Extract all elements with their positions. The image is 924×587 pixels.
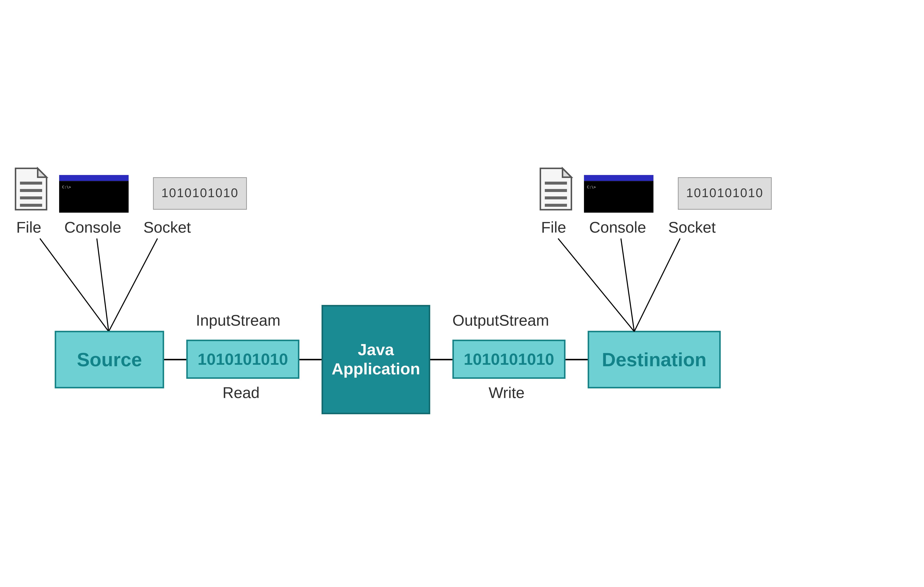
console-icon: C:\> <box>59 175 129 213</box>
svg-line-6 <box>97 238 109 332</box>
socket-binary: 1010101010 <box>686 186 763 201</box>
connector-line <box>430 359 452 360</box>
socket-icon: 1010101010 <box>678 177 772 210</box>
outputstream-action: Write <box>488 384 525 402</box>
console-label: Console <box>589 219 646 236</box>
inputstream-title: InputStream <box>196 312 280 329</box>
socket-binary: 1010101010 <box>161 186 239 201</box>
file-icon <box>537 167 574 211</box>
destination-box-label: Destination <box>602 348 706 371</box>
console-label: Console <box>64 219 121 236</box>
source-box: Source <box>55 331 164 388</box>
connector-line <box>164 359 186 360</box>
inputstream-binary: 1010101010 <box>198 350 288 369</box>
socket-label: Socket <box>668 219 716 236</box>
connector-line <box>299 359 322 360</box>
connector-line <box>566 359 587 360</box>
svg-line-5 <box>40 238 109 332</box>
inputstream-box: 1010101010 <box>186 340 299 379</box>
svg-line-8 <box>558 238 634 332</box>
socket-label: Socket <box>144 219 191 236</box>
file-label: File <box>541 219 566 236</box>
outputstream-title: OutputStream <box>452 312 549 329</box>
java-line1: Java <box>332 340 420 360</box>
destination-box: Destination <box>587 331 721 388</box>
svg-line-9 <box>621 238 634 332</box>
socket-icon: 1010101010 <box>153 177 247 210</box>
outputstream-binary: 1010101010 <box>464 350 554 369</box>
svg-text:C:\>: C:\> <box>587 185 596 189</box>
svg-text:C:\>: C:\> <box>62 185 71 189</box>
svg-line-7 <box>109 238 157 332</box>
console-icon: C:\> <box>584 175 653 213</box>
svg-line-10 <box>634 238 680 332</box>
java-line2: Application <box>332 360 420 379</box>
inputstream-action: Read <box>223 384 260 402</box>
source-box-label: Source <box>77 348 142 371</box>
outputstream-box: 1010101010 <box>452 340 566 379</box>
file-icon <box>13 167 50 211</box>
java-application-box: Java Application <box>322 305 430 414</box>
file-label: File <box>16 219 41 236</box>
